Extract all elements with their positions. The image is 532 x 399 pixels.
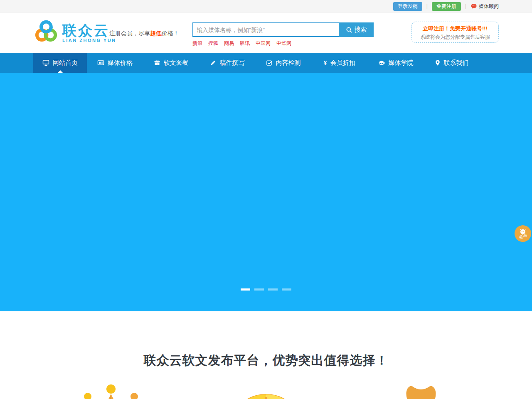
coin-icon: $ bbox=[241, 382, 291, 399]
moneybag-icon bbox=[402, 382, 440, 399]
nav-item-home[interactable]: 网站首页 bbox=[33, 53, 87, 73]
hot-link[interactable]: 新浪 bbox=[192, 40, 202, 47]
carousel-dot-2[interactable] bbox=[254, 288, 264, 291]
topbar-divider: | bbox=[426, 3, 428, 9]
check-square-icon bbox=[266, 59, 273, 66]
text-caret bbox=[196, 26, 196, 34]
header-tagline: 注册会员，尽享超低价格！ bbox=[109, 30, 179, 37]
consult-float-button[interactable]: 咨询 bbox=[515, 225, 531, 242]
nav-item-label: 媒体学院 bbox=[389, 59, 414, 67]
newspaper-icon bbox=[97, 59, 104, 66]
carousel-dot-3[interactable] bbox=[268, 288, 278, 291]
hot-link[interactable]: 搜狐 bbox=[208, 40, 218, 47]
login-button[interactable]: 登录发稿 bbox=[393, 2, 422, 11]
crown-icon bbox=[84, 382, 138, 399]
section-heading: 联众云软文发布平台，优势突出值得选择！ bbox=[0, 352, 532, 369]
site-logo[interactable]: 联众云 LIAN ZHONG YUN bbox=[33, 19, 116, 47]
promo-line1: 立即注册！免费开通账号!!! bbox=[412, 25, 498, 32]
topbar-divider: | bbox=[465, 3, 466, 9]
monitor-icon bbox=[42, 59, 49, 66]
feature-quality bbox=[33, 382, 188, 399]
search-button[interactable]: 搜索 bbox=[339, 22, 374, 37]
register-promo-box[interactable]: 立即注册！免费开通账号!!! 系统将会为您分配专属售后客服 bbox=[411, 22, 499, 43]
hot-link[interactable]: 中国网 bbox=[256, 40, 271, 47]
nav-item-label: 网站首页 bbox=[53, 59, 78, 67]
nav-item-content-check[interactable]: 内容检测 bbox=[255, 53, 311, 73]
advantages-section: 联众云软文发布平台，优势突出值得选择！ bbox=[0, 311, 532, 399]
feature-refund bbox=[344, 382, 499, 399]
hero-carousel: 咨询 bbox=[0, 73, 532, 311]
chat-bubble-icon bbox=[470, 3, 477, 10]
search-icon bbox=[346, 27, 352, 33]
nav-item-label: 会员折扣 bbox=[330, 59, 355, 67]
logo-text-en: LIAN ZHONG YUN bbox=[62, 38, 116, 43]
gift-icon bbox=[154, 59, 160, 66]
carousel-dot-1[interactable] bbox=[241, 288, 250, 291]
hot-links: 新浪 搜狐 网易 腾讯 中国网 中华网 bbox=[192, 40, 374, 47]
nav-item-label: 联系我们 bbox=[444, 59, 469, 67]
nav-item-media-academy[interactable]: 媒体学院 bbox=[367, 53, 424, 73]
graduation-cap-icon bbox=[378, 59, 385, 66]
topbar: 登录发稿 | 免费注册 | 媒体顾问 bbox=[0, 0, 532, 12]
hot-link[interactable]: 腾讯 bbox=[240, 40, 250, 47]
feature-price: $ bbox=[188, 382, 343, 399]
pen-icon bbox=[210, 59, 217, 66]
nav-item-label: 稿件撰写 bbox=[220, 59, 245, 67]
media-consultant-label: 媒体顾问 bbox=[479, 3, 499, 10]
map-pin-icon bbox=[435, 59, 441, 66]
nav-item-label: 软文套餐 bbox=[164, 59, 189, 67]
site-header: 联众云 LIAN ZHONG YUN 注册会员，尽享超低价格！ 搜索 新浪 bbox=[0, 12, 532, 53]
tagline-highlight: 超低 bbox=[150, 30, 162, 37]
promo-line2: 系统将会为您分配专属售后客服 bbox=[412, 34, 498, 41]
nav-item-contact-us[interactable]: 联系我们 bbox=[424, 53, 480, 73]
features-row: $ bbox=[33, 382, 499, 399]
carousel-dots bbox=[241, 288, 291, 291]
nav-item-copywriting[interactable]: 稿件撰写 bbox=[199, 53, 255, 73]
register-button[interactable]: 免费注册 bbox=[432, 2, 461, 11]
nav-item-label: 内容检测 bbox=[276, 59, 301, 67]
nav-item-member-discount[interactable]: ¥ 会员折扣 bbox=[311, 53, 367, 73]
dollar-glyph: $ bbox=[241, 394, 291, 399]
hot-link[interactable]: 网易 bbox=[224, 40, 234, 47]
nav-item-media-prices[interactable]: 媒体价格 bbox=[87, 53, 143, 73]
nav-item-label: 媒体价格 bbox=[108, 59, 133, 67]
search-input[interactable] bbox=[192, 22, 339, 37]
hot-link[interactable]: 中华网 bbox=[276, 40, 291, 47]
nav-item-article-packages[interactable]: 软文套餐 bbox=[143, 53, 199, 73]
logo-text-cn: 联众云 bbox=[62, 23, 116, 38]
yen-icon: ¥ bbox=[323, 59, 327, 66]
media-consultant-link[interactable]: 媒体顾问 bbox=[470, 3, 499, 10]
main-nav: 网站首页 媒体价格 软文套餐 稿件撰写 内容检测 bbox=[0, 53, 532, 73]
trefoil-logo-icon bbox=[33, 19, 59, 47]
search-button-label: 搜索 bbox=[355, 26, 367, 34]
carousel-dot-4[interactable] bbox=[282, 288, 291, 291]
search-area: 搜索 新浪 搜狐 网易 腾讯 中国网 中华网 bbox=[192, 22, 374, 47]
